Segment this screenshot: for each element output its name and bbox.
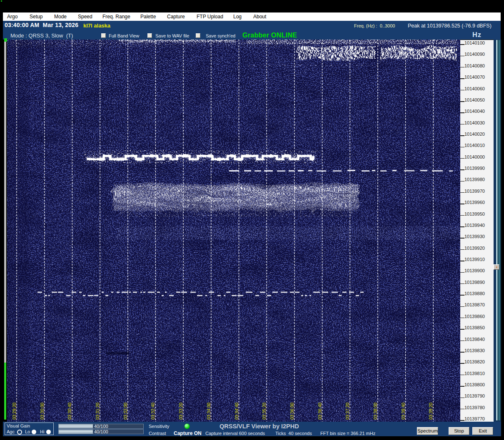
svg-text:03:34:40: 03:34:40 [234, 403, 239, 420]
svg-text:03:32:40: 03:32:40 [150, 403, 155, 420]
svg-text:03:36:00: 03:36:00 [289, 403, 294, 420]
svg-text:03:34:00: 03:34:00 [206, 403, 211, 420]
svg-text:03:37:20: 03:37:20 [345, 403, 350, 420]
svg-text:03:35:20: 03:35:20 [262, 403, 267, 420]
svg-text:03:36:40: 03:36:40 [317, 403, 322, 420]
svg-text:03:32:00: 03:32:00 [123, 403, 128, 420]
svg-text:03:29:20: 03:29:20 [12, 403, 17, 420]
svg-text:03:31:20: 03:31:20 [95, 403, 100, 420]
svg-text:03:38:00: 03:38:00 [373, 403, 378, 420]
svg-text:03:30:00: 03:30:00 [40, 403, 45, 420]
svg-text:03:38:40: 03:38:40 [401, 403, 406, 420]
svg-text:03:30:40: 03:30:40 [67, 403, 72, 420]
svg-text:03:39:20: 03:39:20 [428, 403, 433, 420]
svg-text:03:33:20: 03:33:20 [178, 403, 183, 420]
